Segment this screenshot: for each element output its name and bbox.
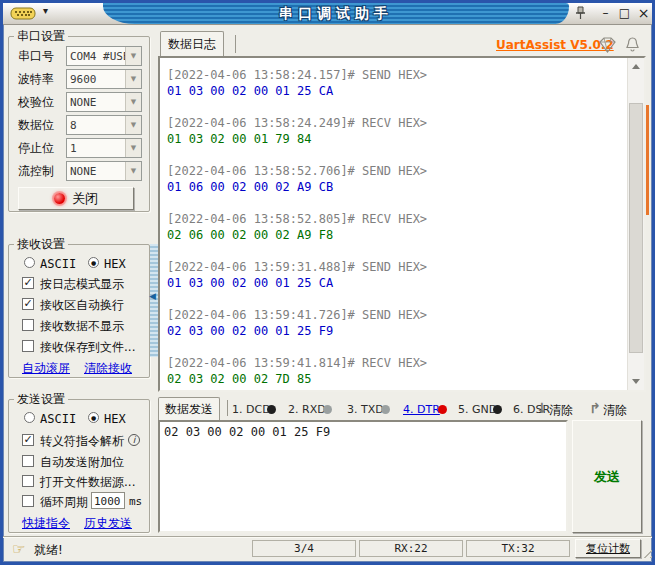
tab-separator	[227, 400, 228, 416]
flowctrl-combo[interactable]: NONE ▼	[66, 161, 142, 181]
stopbits-combo[interactable]: 1 ▼	[66, 138, 142, 158]
log-timestamp: [2022-04-06 13:59:41.814]# RECV HEX>	[167, 355, 427, 371]
port-combo[interactable]: COM4 #USB ▼	[66, 46, 142, 66]
escape-parse-checkbox[interactable]: ✓	[22, 434, 34, 446]
tab-data-send[interactable]: 数据发送	[158, 397, 220, 420]
baud-value: 9600	[67, 70, 125, 88]
autoscroll-link[interactable]: 自动滚屏	[22, 360, 70, 377]
clear-receive-link[interactable]: 清除接收	[84, 360, 132, 377]
scrollbar-thumb[interactable]	[629, 103, 643, 353]
pin-dtr-link[interactable]: 4. DTR	[403, 403, 440, 416]
hide-recv-checkbox[interactable]	[22, 319, 34, 331]
scroll-down-icon[interactable]	[632, 379, 640, 384]
log-entry: [2022-04-06 13:58:24.249]# RECV HEX> 01 …	[167, 115, 427, 147]
send-hex-radio[interactable]: ●	[88, 412, 99, 423]
tab-data-log[interactable]: 数据日志	[160, 31, 224, 56]
log-hex: 01 06 00 02 00 02 A9 CB	[167, 179, 427, 195]
stopbits-value: 1	[67, 139, 125, 157]
chevron-down-icon[interactable]: ▼	[125, 162, 141, 180]
cycle-input[interactable]: 1000	[91, 492, 125, 509]
title-band: 串口调试助手	[103, 3, 569, 24]
cycle-unit: ms	[129, 495, 142, 509]
chevron-down-icon[interactable]: ▼	[125, 47, 141, 65]
statusbar-divider-light	[3, 537, 652, 538]
log-entry: [2022-04-06 13:58:24.157]# SEND HEX> 01 …	[167, 67, 427, 99]
close-port-label: 关闭	[72, 192, 98, 206]
send-settings-title: 发送设置	[14, 393, 68, 406]
clear-receive-arrow-icon[interactable]: ↓	[536, 400, 548, 416]
pin-txd-dot	[381, 405, 390, 414]
receive-settings-title: 接收设置	[14, 238, 68, 251]
serial-settings-title: 串口设置	[14, 30, 68, 43]
log-viewport[interactable]: [2022-04-06 13:58:24.157]# SEND HEX> 01 …	[158, 56, 646, 392]
cycle-label: 循环周期	[40, 495, 88, 509]
clear-send-button[interactable]: 清除	[603, 403, 627, 417]
cycle-checkbox[interactable]	[22, 495, 34, 507]
log-hex: 02 03 00 02 00 01 25 F9	[167, 323, 427, 339]
baud-combo[interactable]: 9600 ▼	[66, 69, 142, 89]
log-mode-checkbox[interactable]: ✓	[22, 277, 34, 289]
version-link[interactable]: UartAssist V5.0.2	[496, 38, 614, 52]
chevron-down-icon[interactable]: ▼	[125, 70, 141, 88]
flowctrl-value: NONE	[67, 162, 125, 180]
auto-wrap-checkbox[interactable]: ✓	[22, 298, 34, 310]
log-timestamp: [2022-04-06 13:58:24.249]# RECV HEX>	[167, 115, 427, 131]
bell-icon[interactable]	[624, 36, 641, 57]
maximize-button[interactable]: □	[616, 6, 633, 22]
send-ascii-radio[interactable]	[24, 412, 35, 423]
history-send-link[interactable]: 历史发送	[84, 515, 132, 532]
port-label: 串口号	[18, 49, 54, 63]
titlebar: ▾ 串口调试助手 – □ ×	[3, 3, 652, 25]
recv-ascii-radio[interactable]	[24, 257, 35, 268]
splitter-handle[interactable]: ◀	[150, 244, 158, 357]
log-entry: [2022-04-06 13:58:52.805]# RECV HEX> 02 …	[167, 211, 427, 243]
databits-combo[interactable]: 8 ▼	[66, 115, 142, 135]
close-button[interactable]: ×	[635, 6, 652, 22]
log-entry: [2022-04-06 13:59:41.814]# RECV HEX> 02 …	[167, 355, 427, 387]
serial-connector-icon[interactable]	[10, 6, 36, 25]
send-button[interactable]: 发送	[572, 420, 642, 533]
close-port-button[interactable]: 关闭	[18, 187, 134, 210]
status-tx-count: TX:32	[466, 540, 570, 557]
status-rx-count: RX:22	[359, 540, 463, 557]
clear-receive-button[interactable]: 清除	[549, 403, 573, 417]
log-entry: [2022-04-06 13:58:52.706]# SEND HEX> 01 …	[167, 163, 427, 195]
collapse-left-icon[interactable]: ◀	[149, 291, 156, 301]
auto-append-checkbox[interactable]	[22, 455, 34, 467]
save-file-label: 接收保存到文件...	[40, 340, 135, 354]
auto-append-label: 自动发送附加位	[40, 455, 124, 469]
parity-combo[interactable]: NONE ▼	[66, 92, 142, 112]
info-icon[interactable]: i	[128, 434, 140, 446]
log-timestamp: [2022-04-06 13:58:52.706]# SEND HEX>	[167, 163, 427, 179]
log-timestamp: [2022-04-06 13:58:24.157]# SEND HEX>	[167, 67, 427, 83]
log-hex: 02 06 00 02 00 02 A9 F8	[167, 227, 427, 243]
clear-send-arrow-icon[interactable]: ↱	[589, 400, 601, 416]
recv-ascii-label: ASCII	[40, 257, 76, 271]
send-hex-label: HEX	[104, 412, 126, 426]
minimize-button[interactable]: –	[597, 6, 614, 22]
log-entry: [2022-04-06 13:59:41.726]# SEND HEX> 02 …	[167, 307, 427, 339]
menu-caret-icon[interactable]: ▾	[43, 5, 48, 16]
pin-icon[interactable]	[572, 5, 587, 25]
save-file-checkbox[interactable]	[22, 340, 34, 352]
send-input[interactable]: 02 03 00 02 00 01 25 F9	[158, 420, 568, 533]
diamond-icon[interactable]	[598, 37, 617, 57]
reset-count-label: 复位计数	[586, 542, 630, 556]
recv-hex-radio[interactable]: ●	[88, 257, 99, 268]
port-value: COM4 #USB	[67, 47, 125, 65]
pin-rxd-dot	[323, 405, 332, 414]
chevron-down-icon[interactable]: ▼	[125, 139, 141, 157]
log-timestamp: [2022-04-06 13:59:41.726]# SEND HEX>	[167, 307, 427, 323]
shortcut-cmd-link[interactable]: 快捷指令	[22, 515, 70, 532]
pin-dcd-dot	[267, 405, 276, 414]
resize-grip[interactable]	[640, 546, 652, 558]
chevron-down-icon[interactable]: ▼	[125, 116, 141, 134]
scroll-up-icon[interactable]	[632, 64, 640, 69]
chevron-down-icon[interactable]: ▼	[125, 93, 141, 111]
status-page: 3/4	[252, 540, 356, 557]
log-scrollbar[interactable]	[627, 58, 644, 390]
pin-dtr-dot	[438, 405, 447, 414]
reset-count-button[interactable]: 复位计数	[575, 539, 641, 558]
file-source-checkbox[interactable]	[22, 475, 34, 487]
log-hex: 01 03 00 02 00 01 25 CA	[167, 83, 427, 99]
